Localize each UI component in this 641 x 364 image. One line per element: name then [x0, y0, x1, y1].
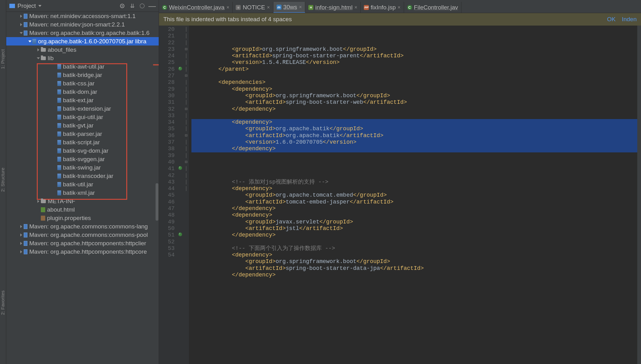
- tree-row[interactable]: batik-parser.jar: [6, 130, 159, 138]
- line-number[interactable]: 23: [159, 46, 175, 53]
- tree-row[interactable]: Maven: org.apache.batik:org.apache.batik…: [6, 29, 159, 37]
- tree-row[interactable]: org.apache.batik-1.6.0-20070705.jar libr…: [6, 37, 159, 46]
- code-line[interactable]: <groupId>javax.servlet</groupId>: [191, 219, 641, 225]
- line-number[interactable]: 40: [159, 159, 175, 165]
- tree-row[interactable]: lib: [6, 54, 159, 62]
- tool-window-gutter[interactable]: 1: Project 2: Structure 2: Favorites: [0, 0, 6, 364]
- override-marker-icon[interactable]: [178, 166, 182, 170]
- fold-mark[interactable]: │: [183, 113, 189, 119]
- line-number[interactable]: 27: [159, 73, 175, 79]
- code-line[interactable]: </dependency>: [191, 106, 641, 113]
- line-number[interactable]: 28: [159, 79, 175, 86]
- tree-row[interactable]: Maven: org.apache.commons:commons-pool: [6, 231, 159, 239]
- editor-body[interactable]: 2021222324252627282930313233343536373839…: [159, 26, 641, 364]
- fold-mark[interactable]: │: [183, 119, 189, 126]
- line-number[interactable]: 46: [159, 199, 175, 205]
- fold-mark[interactable]: │: [183, 185, 189, 192]
- line-number[interactable]: 25: [159, 59, 175, 66]
- line-number[interactable]: 26: [159, 66, 175, 73]
- project-tree[interactable]: Maven: net.minidev:accessors-smart:1.1Ma…: [6, 12, 159, 364]
- fold-mark[interactable]: │: [183, 139, 189, 146]
- code-line[interactable]: <!-- 添加对jsp视图解析的支持 -->: [191, 179, 641, 185]
- line-number[interactable]: 20: [159, 26, 175, 33]
- hide-button[interactable]: —: [149, 2, 156, 9]
- line-number[interactable]: 34: [159, 119, 175, 126]
- tree-row[interactable]: batik-gvt.jar: [6, 121, 159, 130]
- fold-mark[interactable]: │: [183, 86, 189, 93]
- line-number[interactable]: 33: [159, 113, 175, 119]
- code-line[interactable]: <dependencies>: [191, 79, 641, 86]
- tree-arrow-icon[interactable]: [19, 22, 24, 27]
- editor-right-marker-strip[interactable]: [637, 26, 641, 364]
- tab-close-icon[interactable]: ×: [354, 5, 357, 10]
- line-number[interactable]: 30: [159, 93, 175, 99]
- tree-arrow-icon[interactable]: [19, 224, 24, 229]
- fold-mark[interactable]: │: [183, 40, 189, 46]
- code-area[interactable]: <groupId>org.springframework.boot</group…: [189, 26, 641, 364]
- fold-mark[interactable]: │: [183, 26, 189, 33]
- tree-row[interactable]: batik-script.jar: [6, 138, 159, 146]
- tree-row[interactable]: batik-css.jar: [6, 79, 159, 88]
- code-line[interactable]: <groupId>org.apache.tomcat.embed</groupI…: [191, 192, 641, 199]
- code-line[interactable]: </parent>: [191, 66, 641, 73]
- locate-button[interactable]: [119, 2, 126, 9]
- fold-mark[interactable]: │: [183, 93, 189, 99]
- fold-mark[interactable]: │: [183, 179, 189, 185]
- fold-mark[interactable]: │: [183, 79, 189, 86]
- line-number[interactable]: 37: [159, 139, 175, 146]
- project-title[interactable]: Project: [17, 2, 36, 9]
- editor-tab[interactable]: ≡NOTICE×: [233, 2, 273, 13]
- code-line[interactable]: </dependency>: [191, 232, 641, 238]
- line-number[interactable]: 32: [159, 106, 175, 113]
- code-line[interactable]: <groupId>org.springframework.boot</group…: [191, 46, 641, 53]
- tab-close-icon[interactable]: ×: [267, 5, 270, 10]
- tab-close-icon[interactable]: ×: [226, 5, 229, 10]
- line-number[interactable]: 21: [159, 33, 175, 39]
- code-line[interactable]: <artifactId>jstl</artifactId>: [191, 225, 641, 232]
- line-number[interactable]: 41: [159, 165, 175, 172]
- tree-row[interactable]: batik-gui-util.jar: [6, 113, 159, 121]
- editor-tab[interactable]: CFileController.jav: [404, 2, 462, 13]
- tree-arrow-icon[interactable]: [19, 241, 24, 246]
- code-line[interactable]: <dependency>: [191, 119, 641, 126]
- fold-mark[interactable]: │: [183, 152, 189, 159]
- line-number-gutter[interactable]: 2021222324252627282930313233343536373839…: [159, 26, 178, 364]
- tree-row[interactable]: Maven: org.apache.httpcomponents:httpcor…: [6, 247, 159, 256]
- gutter-favorites-tab[interactable]: 2: Favorites: [0, 290, 6, 315]
- code-line[interactable]: <version>1.5.4.RELEASE</version>: [191, 59, 641, 66]
- editor-tab[interactable]: Hinfor-sign.html×: [305, 2, 361, 13]
- tab-close-icon[interactable]: ×: [299, 4, 302, 10]
- code-line[interactable]: [191, 152, 641, 159]
- collapse-all-button[interactable]: ⇊: [129, 2, 136, 9]
- tree-row[interactable]: Maven: net.minidev:json-smart:2.2.1: [6, 20, 159, 29]
- gutter-project-tab[interactable]: 1: Project: [0, 49, 6, 69]
- fold-mark[interactable]: │: [183, 59, 189, 66]
- code-line[interactable]: <artifactId>spring-boot-starter-web</art…: [191, 99, 641, 106]
- tree-row[interactable]: batik-util.jar: [6, 180, 159, 189]
- line-number[interactable]: 47: [159, 205, 175, 212]
- tree-scrollbar[interactable]: [156, 183, 158, 221]
- notice-ok-link[interactable]: OK: [607, 16, 615, 23]
- tree-row[interactable]: about_files: [6, 46, 159, 54]
- line-number[interactable]: 31: [159, 99, 175, 106]
- tree-row[interactable]: batik-xml.jar: [6, 189, 159, 197]
- tree-row[interactable]: Maven: net.minidev:accessors-smart:1.1: [6, 12, 159, 20]
- line-number[interactable]: 38: [159, 146, 175, 152]
- fold-mark[interactable]: ⊟: [183, 132, 189, 139]
- tree-row[interactable]: batik-ext.jar: [6, 96, 159, 104]
- fold-mark[interactable]: ⊟: [183, 159, 189, 165]
- fold-mark[interactable]: │: [183, 66, 189, 73]
- override-marker-icon[interactable]: [178, 67, 182, 70]
- editor-tab[interactable]: m30ws×: [273, 2, 306, 13]
- tree-arrow-icon[interactable]: [19, 249, 24, 254]
- code-line[interactable]: <artifactId>spring-boot-starter-data-jpa…: [191, 265, 641, 272]
- code-line[interactable]: [191, 172, 641, 179]
- settings-button[interactable]: [139, 2, 146, 9]
- line-number[interactable]: 24: [159, 53, 175, 59]
- tree-arrow-icon[interactable]: [36, 199, 41, 204]
- code-line[interactable]: </dependency>: [191, 146, 641, 152]
- fold-mark[interactable]: │: [183, 172, 189, 179]
- line-number[interactable]: 45: [159, 192, 175, 199]
- code-line[interactable]: [191, 239, 641, 245]
- tree-row[interactable]: META-INF: [6, 197, 159, 205]
